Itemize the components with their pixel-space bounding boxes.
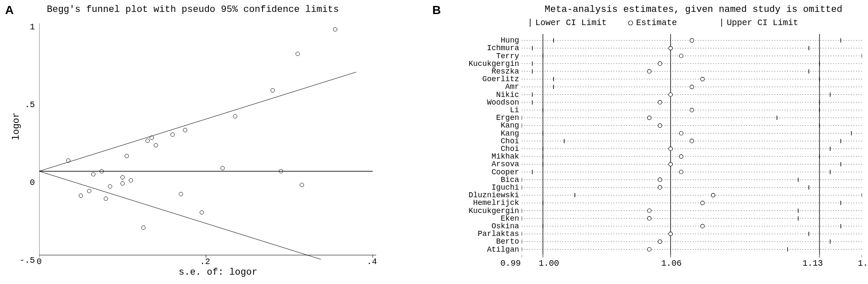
study-label: Hung	[451, 36, 519, 45]
study-label: Dluzniewski	[451, 191, 519, 199]
forest-estimate	[658, 185, 662, 189]
funnel-point	[171, 133, 174, 136]
funnel-point	[104, 197, 108, 201]
funnel-point	[271, 88, 274, 92]
funnel-point	[91, 172, 95, 176]
forest-estimate	[658, 100, 662, 104]
panel-b-xtick: 0.99	[500, 258, 521, 268]
panel-a-ytick-1: 1	[22, 22, 35, 32]
forest-estimate	[658, 240, 662, 244]
legend-upper-mark: |	[719, 18, 724, 28]
funnel-point	[79, 194, 83, 198]
panel-b-title: Meta-analysis estimates, given named stu…	[545, 4, 842, 15]
panel-b-xtick: 1.06	[661, 258, 682, 268]
funnel-point	[183, 128, 187, 132]
panel-a-label: A	[5, 3, 14, 17]
study-label: Goerlitz	[451, 75, 519, 83]
forest-estimate	[669, 232, 673, 236]
study-label: Ichmura	[451, 44, 519, 52]
forest-estimate	[680, 54, 683, 58]
study-label: Ergen	[451, 114, 519, 122]
panel-b-xtick: 1.15	[858, 258, 868, 268]
study-label: Arsova	[451, 160, 519, 168]
funnel-point	[129, 179, 133, 182]
funnel-point	[150, 136, 154, 139]
funnel-point	[108, 185, 112, 188]
svg-line-11	[39, 171, 356, 259]
forest-plot	[522, 34, 862, 276]
study-label: Li	[451, 106, 519, 114]
funnel-point	[300, 183, 304, 187]
study-label: Amr	[451, 82, 519, 91]
forest-estimate	[669, 93, 673, 97]
funnel-point	[142, 226, 146, 230]
forest-estimate	[648, 247, 651, 251]
legend-lower-mark: |	[528, 18, 533, 28]
legend-estimate-mark	[628, 20, 634, 26]
forest-estimate	[701, 201, 705, 205]
study-label: Terry	[451, 52, 519, 60]
forest-estimate	[680, 131, 683, 135]
legend-upper-text: Upper CI Limit	[727, 18, 798, 28]
svg-point-12	[628, 21, 633, 25]
forest-estimate	[648, 69, 651, 73]
forest-estimate	[690, 108, 694, 112]
panel-a-ytick-0: 0	[22, 178, 35, 187]
study-label: Nikic	[451, 91, 519, 99]
study-label: Choi	[451, 137, 519, 145]
study-label: Kang	[451, 129, 519, 138]
funnel-point	[121, 182, 125, 185]
forest-estimate	[648, 216, 651, 220]
funnel-point	[333, 28, 337, 31]
study-label: Bica	[451, 176, 519, 184]
forest-estimate	[680, 155, 683, 159]
funnel-point	[179, 192, 183, 196]
study-label: Woodson	[451, 98, 519, 107]
funnel-point	[154, 143, 158, 147]
forest-estimate	[648, 209, 651, 213]
funnel-point	[146, 139, 149, 143]
panel-b-xtick: 1.13	[802, 258, 823, 268]
study-label: Iguchi	[451, 183, 519, 192]
study-label: Berto	[451, 237, 519, 246]
forest-estimate	[701, 224, 705, 228]
panel-a-xlabel: s.e. of: logor	[179, 267, 257, 278]
panel-b-label: B	[432, 3, 441, 17]
forest-estimate	[669, 147, 673, 151]
study-label: Mikhak	[451, 152, 519, 161]
svg-line-10	[39, 72, 356, 171]
funnel-point	[125, 154, 128, 158]
panel-a-ytick-05: .5	[22, 100, 35, 110]
forest-estimate	[701, 77, 705, 81]
study-label: Kucukgergin	[451, 207, 519, 215]
forest-estimate	[658, 124, 662, 128]
forest-estimate	[669, 162, 673, 166]
legend-estimate-text: Estimate	[636, 18, 677, 28]
forest-estimate	[669, 46, 673, 50]
study-label: Cooper	[451, 168, 519, 176]
funnel-point	[296, 52, 300, 56]
panel-a-ytick-neg05: -.5	[17, 256, 35, 265]
forest-estimate	[690, 39, 694, 43]
funnel-point	[221, 166, 225, 170]
forest-estimate	[658, 178, 662, 182]
forest-estimate	[648, 116, 651, 120]
study-label: Oskina	[451, 222, 519, 230]
study-label: Parlaktas	[451, 230, 519, 238]
forest-estimate	[690, 85, 694, 89]
panel-a-title: Begg's funnel plot with pseudo 95% confi…	[47, 4, 339, 15]
study-label: Kucukgergin	[451, 60, 519, 68]
study-label: Choi	[451, 145, 519, 153]
study-label: Atilgan	[451, 245, 519, 254]
study-label: Reszka	[451, 67, 519, 76]
funnel-point	[121, 176, 125, 179]
funnel-point	[87, 189, 91, 193]
panel-b-xtick: 1.00	[539, 258, 559, 268]
forest-estimate	[680, 170, 683, 174]
study-label: Eken	[451, 214, 519, 223]
forest-estimate	[658, 62, 662, 65]
forest-estimate	[690, 139, 694, 143]
study-label: Hemelrijck	[451, 199, 519, 207]
forest-estimate	[711, 193, 715, 197]
panel-a-ylabel: logor	[11, 112, 22, 140]
